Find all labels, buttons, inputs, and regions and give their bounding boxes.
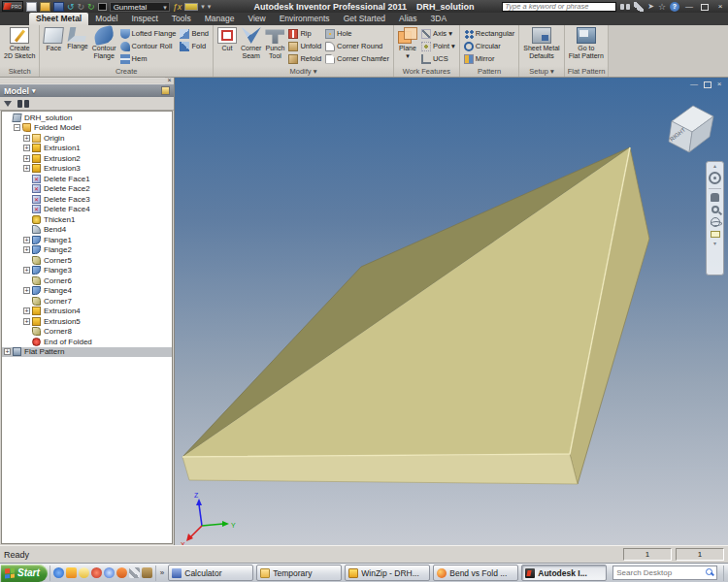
tree-expander[interactable]	[23, 237, 30, 243]
browser-pane-icon[interactable]	[161, 86, 170, 95]
ribbon-tab[interactable]: View	[241, 13, 272, 25]
tree-item[interactable]: Corner6	[2, 275, 172, 286]
tree-item[interactable]: DRH_solution	[2, 113, 172, 123]
doc-close-button[interactable]: ×	[714, 80, 724, 89]
ribbon-small-button[interactable]: Contour Roll	[120, 40, 177, 52]
tree-item[interactable]: Folded Model	[2, 123, 172, 134]
ribbon-tab[interactable]: Get Started	[337, 13, 392, 25]
tree-expander[interactable]	[23, 267, 30, 274]
ribbon-tab[interactable]: Alias	[392, 13, 423, 25]
ribbon-small-button[interactable]: UCS	[421, 52, 455, 65]
tree-expander[interactable]	[23, 246, 30, 253]
tree-item[interactable]: Corner7	[2, 296, 172, 307]
tree-item[interactable]: Flat Pattern	[2, 347, 172, 358]
task-button[interactable]: Calculator	[168, 565, 253, 581]
undo-icon[interactable]: ↺	[67, 2, 75, 12]
tree-item[interactable]: Extrusion3	[2, 164, 172, 175]
viewcube[interactable]: RIGHT	[669, 106, 713, 152]
start-button[interactable]: Start	[1, 565, 48, 582]
tree-expander[interactable]	[23, 318, 30, 325]
contour-flange-button[interactable]: Contour Flange	[90, 26, 118, 66]
browser-header[interactable]: Model▾	[0, 84, 174, 97]
face-button[interactable]: Face	[42, 26, 65, 66]
ribbon-tab[interactable]: Environments	[273, 13, 337, 25]
ribbon-tab[interactable]: Inspect	[124, 13, 164, 25]
plane-button[interactable]: Plane ▾	[396, 26, 419, 66]
ribbon-small-button[interactable]: Corner Round	[325, 40, 389, 52]
tree-item[interactable]: Delete Face4	[2, 205, 172, 215]
tree-item[interactable]: Delete Face1	[2, 174, 172, 184]
ribbon-small-button[interactable]: Rip	[288, 27, 321, 40]
appearance-swatch[interactable]	[184, 3, 198, 11]
go-to-flat-pattern-button[interactable]: Go to Flat Pattern	[567, 26, 606, 66]
open-file-icon[interactable]	[40, 2, 50, 12]
model-face-bottom[interactable]	[182, 454, 578, 484]
search-binoculars-icon[interactable]	[620, 2, 630, 12]
material-dropdown[interactable]: Gunmetal	[110, 2, 170, 12]
quick-launch-icon[interactable]	[53, 567, 64, 578]
ribbon-small-button[interactable]: Lofted Flange	[120, 27, 177, 40]
ribbon-small-button[interactable]: Hole	[325, 27, 389, 40]
pan-hand-icon[interactable]	[711, 193, 719, 202]
graphics-viewport[interactable]: RIGHT Z Y X — × ▴	[175, 78, 728, 545]
new-file-icon[interactable]	[26, 2, 37, 12]
ribbon-small-button[interactable]: Mirror	[464, 52, 514, 65]
browser-close-icon[interactable]: ×	[165, 78, 174, 84]
tree-expander[interactable]	[23, 307, 30, 314]
ribbon-small-button[interactable]: Axis ▾	[421, 27, 455, 40]
quick-launch-icon[interactable]	[79, 567, 89, 578]
tree-item[interactable]: Flange4	[2, 286, 172, 297]
zoom-magnifier-icon[interactable]	[711, 206, 719, 213]
update-icon[interactable]: ↻	[87, 2, 95, 12]
tree-item[interactable]: Bend4	[2, 225, 172, 236]
task-button[interactable]: Bend vs Fold ...	[433, 565, 518, 581]
tree-item[interactable]: Flange2	[2, 245, 172, 256]
quick-launch-icon[interactable]	[142, 567, 152, 578]
inventor-app-button[interactable]: PRO	[2, 1, 23, 12]
ribbon-small-button[interactable]: Circular	[464, 40, 514, 52]
cut-button[interactable]: Cut	[215, 26, 239, 66]
navbar-more-icon[interactable]: ▾	[713, 242, 716, 245]
help-icon[interactable]: ?	[670, 2, 679, 12]
parameters-fx-icon[interactable]: ƒx	[173, 2, 182, 12]
tree-expander[interactable]	[23, 135, 30, 142]
task-button[interactable]: WinZip - DRH...	[345, 565, 430, 581]
communication-center-icon[interactable]: ➤	[647, 2, 654, 12]
tree-item[interactable]: Delete Face2	[2, 184, 172, 195]
tree-expander[interactable]	[23, 165, 30, 172]
tree-expander[interactable]	[23, 287, 30, 294]
help-search-input[interactable]	[502, 2, 616, 12]
favorites-star-icon[interactable]: ☆	[658, 2, 666, 12]
find-binoculars-icon[interactable]	[17, 100, 29, 108]
quick-launch-overflow[interactable]: »	[158, 568, 166, 577]
tree-item[interactable]: Corner8	[2, 327, 172, 338]
browser-dropdown-arrow[interactable]: ▾	[32, 87, 36, 95]
ribbon-small-button[interactable]: Fold	[180, 40, 209, 52]
ribbon-small-button[interactable]: Unfold	[288, 40, 321, 52]
subscription-wrench-icon[interactable]	[634, 2, 644, 12]
qat-customize-arrow[interactable]: ▾	[208, 3, 212, 11]
minimize-button[interactable]: —	[683, 2, 695, 12]
ribbon-small-button[interactable]: Refold	[288, 52, 321, 65]
tree-item[interactable]: Flange3	[2, 266, 172, 276]
corner-seam-button[interactable]: Corner Seam	[239, 26, 263, 66]
ribbon-small-button[interactable]: Rectangular	[464, 27, 514, 40]
appearance-dropdown-arrow[interactable]: ▾	[201, 3, 205, 11]
tree-expander[interactable]	[14, 124, 20, 131]
save-icon[interactable]	[53, 2, 64, 12]
desktop-search-magnifier-icon[interactable]	[706, 568, 714, 577]
tree-item[interactable]: Delete Face3	[2, 194, 172, 205]
doc-restore-button[interactable]	[702, 80, 711, 89]
tree-item[interactable]: Extrusion1	[2, 144, 172, 154]
tree-item[interactable]: Extrusion2	[2, 153, 172, 164]
orbit-icon[interactable]	[711, 217, 720, 227]
quick-launch-icon[interactable]	[129, 567, 140, 578]
punch-tool-button[interactable]: Punch Tool	[263, 26, 286, 66]
navbar-collapse-icon[interactable]: ▴	[713, 164, 716, 168]
doc-minimize-button[interactable]: —	[689, 80, 699, 89]
quick-launch-icon[interactable]	[66, 567, 77, 578]
close-button[interactable]: ×	[714, 2, 726, 12]
ribbon-tab[interactable]: Tools	[165, 13, 198, 25]
ribbon-tab[interactable]: Model	[88, 13, 124, 25]
quick-launch-icon[interactable]	[104, 567, 115, 578]
